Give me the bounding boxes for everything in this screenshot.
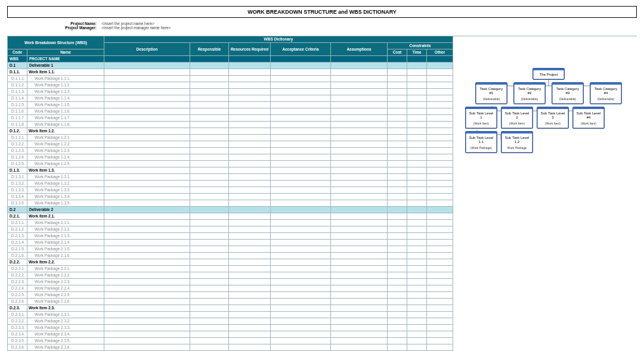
table-cell <box>427 299 453 305</box>
table-cell <box>331 89 388 95</box>
table-row-name: Work Package 1.1.5. <box>27 102 104 108</box>
table-cell <box>190 299 229 305</box>
table-row-code: D.1.3.2. <box>8 181 27 187</box>
table-row-code: D.1.1.4. <box>8 95 27 102</box>
table-cell <box>190 89 229 95</box>
table-cell <box>190 253 229 259</box>
table-cell <box>271 128 331 135</box>
table-row-name: Work Package 1.1.3. <box>27 89 104 95</box>
table-row-name: Work Package 2.2.4. <box>27 285 104 292</box>
table-cell <box>407 69 427 76</box>
table-cell <box>104 154 190 161</box>
table-cell <box>331 292 388 299</box>
table-cell <box>229 299 271 305</box>
table-row-name: Work Package 1.1.4. <box>27 95 104 102</box>
table-cell <box>331 338 388 344</box>
table-cell <box>331 272 388 279</box>
table-cell <box>271 89 331 95</box>
table-cell <box>271 246 331 253</box>
table-cell <box>190 194 229 200</box>
table-cell <box>388 246 407 253</box>
table-cell <box>104 122 190 128</box>
table-cell <box>271 135 331 141</box>
table-cell <box>427 246 453 253</box>
table-cell <box>229 181 271 187</box>
table-cell <box>388 344 407 351</box>
col-responsible: Responsible <box>190 43 229 56</box>
table-cell <box>271 95 331 102</box>
table-cell <box>388 69 407 76</box>
table-cell <box>271 226 331 233</box>
table-cell <box>331 220 388 226</box>
table-row-code: D.1.1.8. <box>8 122 27 128</box>
table-cell <box>388 167 407 174</box>
table-cell <box>331 128 388 135</box>
col-wbs: Work Breakdown Structure (WBS) <box>8 36 104 49</box>
table-cell <box>427 279 453 285</box>
table-row-code: D.1.2.4. <box>8 154 27 161</box>
table-row-name: Work Package 1.1.6. <box>27 108 104 115</box>
table-cell <box>388 161 407 167</box>
table-cell <box>388 187 407 194</box>
table-row-code: D.1.3.1. <box>8 174 27 181</box>
table-cell <box>271 266 331 272</box>
table-cell <box>331 82 388 89</box>
table-cell <box>229 312 271 318</box>
table-cell <box>271 148 331 154</box>
table-cell <box>104 194 190 200</box>
table-cell <box>229 200 271 207</box>
table-row-name: Work Package 2.2.1. <box>27 266 104 272</box>
table-row-name: Work Package 1.2.2. <box>27 141 104 148</box>
table-cell <box>407 122 427 128</box>
table-cell <box>190 63 229 69</box>
table-row-code: D.2.3.2. <box>8 318 27 325</box>
project-meta: Project Name: <Insert the project name h… <box>7 21 637 30</box>
table-cell <box>104 220 190 226</box>
table-row-name: Work Package 1.2.5. <box>27 161 104 167</box>
table-cell <box>388 240 407 246</box>
col-resources: Resources Required <box>229 43 271 56</box>
table-cell <box>427 331 453 338</box>
table-cell <box>190 266 229 272</box>
table-cell <box>407 331 427 338</box>
table-cell <box>190 102 229 108</box>
table-cell <box>190 285 229 292</box>
table-cell <box>407 148 427 154</box>
table-cell <box>427 141 453 148</box>
table-cell <box>271 174 331 181</box>
table-cell <box>407 279 427 285</box>
table-cell <box>331 259 388 266</box>
table-cell <box>229 102 271 108</box>
table-cell <box>104 174 190 181</box>
table-row-code: D.2.3.5. <box>8 338 27 344</box>
table-row-name: Work Package 1.1.2. <box>27 82 104 89</box>
table-cell <box>271 207 331 213</box>
table-cell <box>407 272 427 279</box>
table-row-code: D.2.1.3. <box>8 233 27 240</box>
table-cell <box>407 240 427 246</box>
table-cell <box>190 69 229 76</box>
col-name: Name <box>27 49 104 56</box>
table-cell <box>331 161 388 167</box>
table-cell <box>229 279 271 285</box>
table-cell <box>229 305 271 312</box>
table-cell <box>190 344 229 351</box>
table-cell <box>104 266 190 272</box>
table-row-name: Work Package 2.3.5. <box>27 338 104 344</box>
diagram-l3-1: Sub Task Level 1(Work Item) <box>465 107 497 129</box>
table-cell <box>407 305 427 312</box>
table-cell <box>331 102 388 108</box>
table-cell <box>190 181 229 187</box>
table-cell <box>104 128 190 135</box>
table-cell <box>229 154 271 161</box>
table-cell <box>331 207 388 213</box>
table-cell <box>407 266 427 272</box>
table-row-code: D.1.3.5. <box>8 200 27 207</box>
table-cell <box>271 305 331 312</box>
table-cell <box>271 325 331 331</box>
table-cell <box>407 292 427 299</box>
table-cell <box>427 82 453 89</box>
table-cell <box>190 312 229 318</box>
table-cell <box>104 102 190 108</box>
table-cell <box>104 213 190 220</box>
